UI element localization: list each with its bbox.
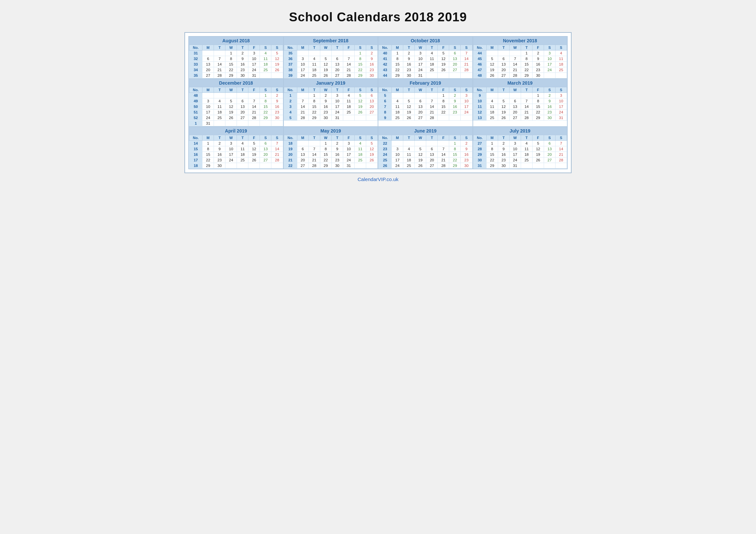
day-cell: 10 — [509, 146, 521, 152]
day-cell: 25 — [237, 157, 248, 163]
day-cell: 10 — [343, 146, 354, 152]
col-header: F — [343, 87, 354, 93]
week-number: 48 — [189, 93, 202, 98]
day-cell: 19 — [438, 62, 449, 67]
day-cell: 8 — [320, 146, 331, 152]
day-cell: 11 — [309, 62, 320, 67]
day-cell: 12 — [486, 62, 498, 67]
day-cell: 3 — [297, 56, 309, 62]
footer-link[interactable]: CalendarVIP.co.uk — [358, 176, 399, 182]
day-cell: 17 — [331, 104, 343, 110]
day-cell: 28 — [248, 115, 260, 121]
col-header: F — [343, 45, 354, 50]
day-cell: 1 — [532, 93, 544, 98]
col-header: T — [498, 135, 509, 141]
day-cell: 16 — [320, 104, 331, 110]
week-number: 10 — [473, 98, 486, 104]
col-header: T — [498, 87, 509, 93]
day-cell: 27 — [544, 157, 555, 163]
col-header: W — [509, 45, 521, 50]
week-number: 7 — [379, 104, 392, 110]
day-cell: 24 — [343, 157, 354, 163]
day-cell: 12 — [354, 98, 366, 104]
col-header: T — [426, 135, 438, 141]
day-cell: 21 — [438, 157, 449, 163]
day-cell: 23 — [449, 110, 461, 115]
day-cell: 4 — [403, 146, 415, 152]
col-header: F — [532, 45, 544, 50]
col-header: W — [226, 87, 237, 93]
day-cell: 6 — [498, 56, 509, 62]
day-cell: 12 — [366, 146, 377, 152]
day-cell: 20 — [544, 152, 555, 157]
col-header: No. — [189, 45, 202, 50]
day-cell: 30 — [461, 163, 472, 169]
day-cell — [226, 93, 237, 98]
day-cell: 8 — [486, 146, 498, 152]
day-cell — [354, 115, 366, 121]
day-cell: 11 — [521, 146, 532, 152]
month-table: No.MTWTFSS112345627891011121331415161718… — [284, 87, 378, 121]
day-cell: 23 — [271, 110, 283, 115]
month-block: October 2018No.MTWTFSS401234567418910111… — [378, 37, 473, 79]
day-cell: 23 — [366, 67, 377, 73]
day-cell: 14 — [426, 104, 438, 110]
month-block: November 2018No.MTWTFSS44123445567891011… — [473, 37, 568, 79]
col-header: No. — [189, 87, 202, 93]
week-number: 23 — [379, 146, 392, 152]
day-cell: 26 — [271, 67, 283, 73]
day-cell — [309, 50, 320, 56]
month-table: No.MTWTFSS441234455678910114612131415161… — [473, 44, 567, 78]
week-number: 6 — [379, 98, 392, 104]
month-table: No.MTWTFSS181234519678910111220131415161… — [284, 135, 378, 169]
week-number: 50 — [189, 104, 202, 110]
day-cell: 29 — [392, 73, 403, 78]
day-cell: 26 — [438, 67, 449, 73]
day-cell: 12 — [532, 146, 544, 152]
week-number: 24 — [379, 152, 392, 157]
col-header: M — [486, 45, 498, 50]
month-table: No.MTWTFSS221223345678924101112131415162… — [378, 135, 472, 169]
day-cell: 9 — [498, 146, 509, 152]
month-table: No.MTWTFSS512364567891071112131415161781… — [378, 87, 472, 121]
day-cell: 23 — [461, 157, 472, 163]
day-cell: 28 — [309, 163, 320, 169]
day-cell: 16 — [214, 152, 226, 157]
day-cell: 22 — [521, 67, 532, 73]
day-cell: 20 — [426, 157, 438, 163]
month-table: No.MTWTFSS311234532678910111233131415161… — [189, 44, 283, 78]
col-header: T — [403, 45, 415, 50]
day-cell: 7 — [555, 141, 567, 146]
day-cell — [521, 163, 532, 169]
col-header: T — [403, 87, 415, 93]
day-cell: 13 — [297, 152, 309, 157]
day-cell: 11 — [214, 104, 226, 110]
week-number: 48 — [473, 73, 486, 78]
day-cell: 13 — [544, 146, 555, 152]
day-cell: 15 — [260, 104, 271, 110]
day-cell: 7 — [271, 141, 283, 146]
day-cell: 21 — [297, 110, 309, 115]
day-cell: 11 — [343, 98, 354, 104]
week-number: 1 — [284, 93, 297, 98]
day-cell: 11 — [486, 104, 498, 110]
day-cell: 22 — [486, 157, 498, 163]
day-cell: 10 — [461, 98, 472, 104]
col-header: W — [320, 135, 331, 141]
week-number: 47 — [473, 67, 486, 73]
day-cell: 14 — [521, 104, 532, 110]
day-cell — [271, 73, 283, 78]
day-cell — [426, 73, 438, 78]
day-cell: 8 — [438, 98, 449, 104]
day-cell: 3 — [555, 93, 567, 98]
day-cell: 24 — [555, 110, 567, 115]
day-cell: 2 — [498, 141, 509, 146]
col-header: No. — [473, 87, 486, 93]
month-title: July 2019 — [473, 127, 567, 135]
month-table: No.MTWTFSS351236345678937101112131415163… — [284, 44, 378, 78]
day-cell: 17 — [297, 67, 309, 73]
month-table: No.MTWTFSS271234567288910111213142915161… — [473, 135, 567, 169]
day-cell: 20 — [366, 104, 377, 110]
col-header: M — [486, 135, 498, 141]
col-header: F — [438, 135, 449, 141]
